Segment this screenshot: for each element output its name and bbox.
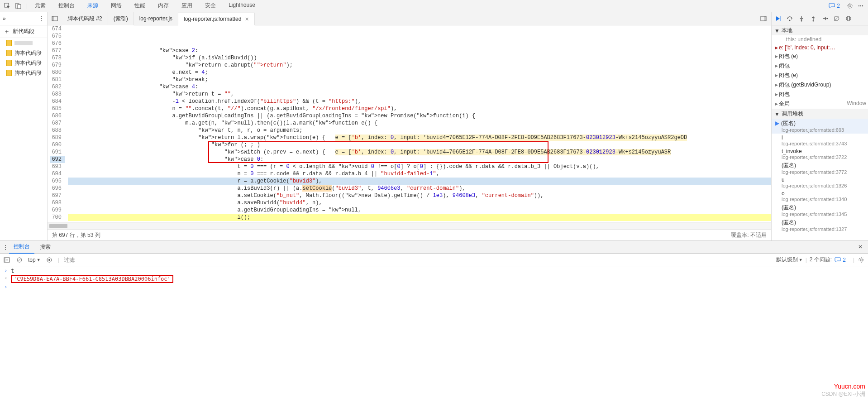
drawer-tab-search[interactable]: 搜索 — [35, 241, 55, 253]
nav-more-icon[interactable]: ⋮ — [39, 15, 44, 22]
step-out-icon[interactable] — [810, 15, 817, 22]
filter-input[interactable] — [64, 257, 154, 263]
code-line[interactable]: e.next = 4; — [68, 69, 771, 76]
issues-badge[interactable]: 2 — [835, 257, 846, 263]
device-toggle-icon[interactable] — [14, 2, 22, 10]
callstack-row[interactable]: (匿名)log-reporter.js:formatted:1327 — [772, 218, 868, 233]
file-tab[interactable]: 脚本代码段 #2 — [62, 12, 108, 25]
main-tab[interactable]: 应用 — [175, 0, 199, 13]
code-line[interactable]: "kw">return l.a.wrap("kw">function(e) { … — [68, 134, 771, 141]
gutter-line[interactable]: 689 — [50, 134, 65, 141]
scope-row[interactable]: ▸闭包 (e) — [772, 52, 868, 61]
add-snippet-button[interactable]: ＋新代码段 — [0, 25, 47, 38]
scope-section-local[interactable]: ▼本地 — [772, 25, 868, 35]
nav-item-1[interactable] — [0, 38, 47, 48]
gutter-line[interactable]: 685 — [50, 105, 65, 112]
code-editor[interactable]: 6746756766776786796806816826836846856866… — [48, 25, 771, 222]
horizontal-scrollbar[interactable] — [48, 222, 771, 230]
hide-debugger-icon[interactable] — [759, 14, 768, 23]
resume-icon[interactable] — [774, 15, 782, 22]
gutter-line[interactable]: 696 — [50, 185, 65, 192]
pause-exceptions-icon[interactable] — [845, 15, 852, 22]
gutter-line[interactable]: 690 — [50, 141, 65, 149]
code-line[interactable]: n = 0 === r.code && r.data && r.data.b_4… — [68, 170, 771, 178]
code-line[interactable]: t = 0 === (r = 0 < o.length && "kw">void… — [68, 163, 771, 170]
code-line[interactable]: a.isBuvid3(r) || (a.setCookie("buvid3", … — [68, 185, 771, 192]
main-tab[interactable]: 安全 — [199, 0, 222, 13]
gutter-line[interactable]: 694 — [50, 170, 65, 178]
code-line[interactable]: a.getBuvidGroupLoadingIns = "kw">null, — [68, 207, 771, 214]
gutter-line[interactable]: 687 — [50, 120, 65, 127]
callstack-row[interactable]: (匿名)log-reporter.js:formatted:1345 — [772, 203, 868, 218]
inspect-icon[interactable] — [4, 2, 11, 10]
code-line[interactable]: "kw">case 4: — [68, 83, 771, 91]
console-body[interactable]: ›t ‹'C9E59D8A-EA7A-BBF4-F661-C8513A03DBB… — [0, 266, 868, 399]
code-line[interactable]: i(); — [68, 214, 771, 221]
scope-row[interactable]: ▸闭包 (getBuvidGroup) — [772, 80, 868, 90]
code-line[interactable]: "kw">var t, n, r, o = arguments; — [68, 127, 771, 134]
code-line[interactable]: -1 < location.href.indexOf("bilihttps") … — [68, 98, 771, 105]
gutter-line[interactable]: 693 — [50, 163, 65, 170]
code-line[interactable]: "kw">case 0: — [68, 156, 771, 163]
scope-row[interactable]: ▸闭包 (e) — [772, 71, 868, 80]
code-line[interactable]: a.setCookie("b_nut", Math.floor(("kw">ne… — [68, 192, 771, 199]
callstack-row[interactable]: (匿名)log-reporter.js:formatted:3772 — [772, 161, 868, 176]
settings-icon[interactable] — [846, 2, 854, 10]
gutter-line[interactable]: 681 — [50, 76, 65, 83]
console-prompt[interactable]: › — [0, 284, 868, 290]
gutter-line[interactable]: 683 — [50, 91, 65, 98]
gutter-line[interactable]: 684 — [50, 98, 65, 105]
gutter-line[interactable]: 675 — [50, 33, 65, 40]
gutter-line[interactable]: 678 — [50, 54, 65, 62]
gutter-line[interactable]: 677 — [50, 47, 65, 54]
gutter-line[interactable]: 692 — [50, 156, 65, 163]
gutter-line[interactable]: 695 — [50, 178, 65, 185]
gutter-line[interactable]: 686 — [50, 112, 65, 120]
main-tab[interactable]: 内存 — [152, 0, 175, 13]
code-line[interactable]: "kw">for (; ; ) — [68, 141, 771, 149]
callstack-row[interactable]: ulog-reporter.js:formatted:1326 — [772, 176, 868, 189]
code-line[interactable]: a.saveBuvid4("buvid4", n), — [68, 199, 771, 207]
code-line[interactable]: "kw">break; — [68, 76, 771, 83]
gutter-line[interactable]: 688 — [50, 127, 65, 134]
code-line[interactable]: m.a.get(n, "kw">null).then(c()(l.a.mark(… — [68, 120, 771, 127]
messages-badge[interactable]: 2 — [829, 3, 840, 9]
gutter-line[interactable]: 691 — [50, 149, 65, 156]
context-selector[interactable]: top ▼ — [28, 257, 41, 263]
callstack-row[interactable]: t_invokelog-reporter.js:formatted:3722 — [772, 147, 868, 161]
scope-row[interactable]: ▸e: ['b', index: 0, input:… — [772, 43, 868, 52]
main-tab[interactable]: 来源 — [81, 0, 105, 13]
clear-console-icon[interactable] — [15, 256, 24, 264]
code-line[interactable]: "kw">case 2: — [68, 47, 771, 54]
gutter-line[interactable]: 697 — [50, 192, 65, 199]
gutter-line[interactable]: 676 — [50, 40, 65, 47]
step-over-icon[interactable] — [786, 15, 793, 22]
console-settings-icon[interactable] — [857, 256, 865, 264]
code-line[interactable]: "kw">switch (e.prev = e.next) { e = ['b'… — [68, 149, 771, 156]
nav-expand-icon[interactable]: » — [3, 15, 6, 22]
more-icon[interactable] — [857, 2, 864, 10]
code-line[interactable]: r = a.getCookie("buvid3"), — [68, 178, 771, 185]
step-icon[interactable] — [821, 15, 829, 22]
callstack-section[interactable]: ▼调用堆栈 — [772, 109, 868, 119]
show-navigator-icon[interactable] — [51, 15, 58, 22]
nav-item-2[interactable]: 脚本代码段 — [0, 48, 47, 58]
callstack-row[interactable]: llog-reporter.js:formatted:3743 — [772, 134, 868, 147]
code-line[interactable]: "kw">return t = "", — [68, 91, 771, 98]
scope-row[interactable]: ▸全局Window — [772, 99, 868, 109]
scope-row[interactable]: ▸闭包 — [772, 61, 868, 71]
gutter-line[interactable]: 682 — [50, 83, 65, 91]
main-tab[interactable]: 性能 — [128, 0, 152, 13]
gutter-line[interactable]: 700 — [50, 214, 65, 221]
gutter-line[interactable]: 674 — [50, 25, 65, 33]
scope-row[interactable]: this: undefined — [772, 35, 868, 43]
code-line[interactable]: "kw">if (a.isValidBuvid()) — [68, 54, 771, 62]
drawer-more-icon[interactable]: ⋮ — [3, 244, 8, 250]
live-expression-icon[interactable] — [45, 256, 53, 264]
scope-pane[interactable]: ▼本地 this: undefined▸e: ['b', index: 0, i… — [772, 25, 868, 240]
close-tab-icon[interactable]: ✕ — [245, 16, 249, 22]
deactivate-bp-icon[interactable] — [833, 15, 840, 22]
console-sidebar-icon[interactable] — [3, 256, 11, 264]
code-line[interactable]: a.getBuvidGroupLoadingIns || (a.getBuvid… — [68, 112, 771, 120]
drawer-close-icon[interactable]: ✕ — [858, 244, 865, 251]
